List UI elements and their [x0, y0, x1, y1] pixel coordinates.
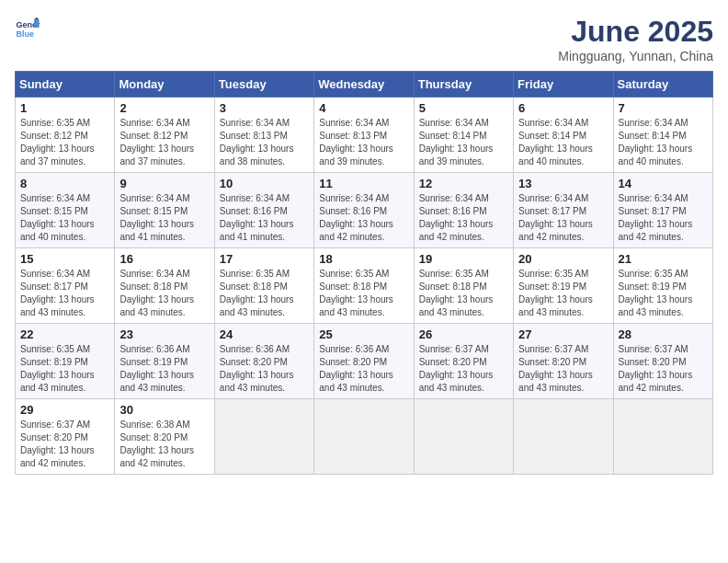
day-number: 22 [20, 327, 109, 341]
calendar-cell [514, 399, 613, 475]
weekday-header-wednesday: Wednesday [314, 72, 414, 98]
day-number: 16 [119, 252, 209, 266]
day-info: Sunrise: 6:35 AMSunset: 8:19 PMDaylight:… [518, 268, 608, 319]
day-number: 27 [518, 327, 608, 341]
weekday-header-tuesday: Tuesday [214, 72, 313, 98]
calendar-cell: 29Sunrise: 6:37 AMSunset: 8:20 PMDayligh… [16, 399, 115, 475]
day-info: Sunrise: 6:35 AMSunset: 8:18 PMDaylight:… [319, 268, 408, 319]
calendar-cell: 1Sunrise: 6:35 AMSunset: 8:12 PMDaylight… [16, 98, 115, 173]
day-number: 29 [20, 403, 109, 417]
weekday-header-thursday: Thursday [414, 72, 513, 98]
weekday-header-friday: Friday [514, 72, 613, 98]
day-info: Sunrise: 6:34 AMSunset: 8:15 PMDaylight:… [20, 192, 109, 244]
calendar-cell: 17Sunrise: 6:35 AMSunset: 8:18 PMDayligh… [214, 248, 313, 324]
calendar-cell: 10Sunrise: 6:34 AMSunset: 8:16 PMDayligh… [214, 173, 313, 248]
day-info: Sunrise: 6:34 AMSunset: 8:16 PMDaylight:… [319, 192, 408, 244]
day-number: 3 [220, 101, 309, 115]
day-info: Sunrise: 6:36 AMSunset: 8:19 PMDaylight:… [119, 343, 209, 395]
day-info: Sunrise: 6:35 AMSunset: 8:18 PMDaylight:… [419, 268, 508, 319]
weekday-header-row: SundayMondayTuesdayWednesdayThursdayFrid… [16, 72, 713, 98]
calendar-cell [214, 399, 313, 475]
logo-icon: General Blue [15, 15, 40, 40]
weekday-header-monday: Monday [115, 72, 214, 98]
weekday-header-saturday: Saturday [613, 72, 712, 98]
day-info: Sunrise: 6:36 AMSunset: 8:20 PMDaylight:… [220, 343, 309, 395]
calendar-cell: 20Sunrise: 6:35 AMSunset: 8:19 PMDayligh… [514, 248, 613, 324]
calendar-cell: 23Sunrise: 6:36 AMSunset: 8:19 PMDayligh… [115, 324, 214, 399]
day-info: Sunrise: 6:34 AMSunset: 8:17 PMDaylight:… [518, 192, 608, 244]
day-number: 8 [20, 177, 109, 190]
calendar-cell: 19Sunrise: 6:35 AMSunset: 8:18 PMDayligh… [414, 248, 513, 324]
calendar-week-row: 1Sunrise: 6:35 AMSunset: 8:12 PMDaylight… [16, 98, 713, 173]
calendar-cell: 27Sunrise: 6:37 AMSunset: 8:20 PMDayligh… [514, 324, 613, 399]
calendar-cell [314, 399, 414, 475]
day-number: 5 [419, 101, 508, 115]
day-info: Sunrise: 6:35 AMSunset: 8:19 PMDaylight:… [619, 268, 708, 319]
calendar-cell: 25Sunrise: 6:36 AMSunset: 8:20 PMDayligh… [314, 324, 414, 399]
day-info: Sunrise: 6:37 AMSunset: 8:20 PMDaylight:… [518, 343, 608, 395]
calendar-week-row: 15Sunrise: 6:34 AMSunset: 8:17 PMDayligh… [16, 248, 713, 324]
calendar-cell: 12Sunrise: 6:34 AMSunset: 8:16 PMDayligh… [414, 173, 513, 248]
day-info: Sunrise: 6:35 AMSunset: 8:19 PMDaylight:… [20, 343, 109, 395]
header: General Blue June 2025 Mingguang, Yunnan… [15, 15, 713, 63]
calendar-cell: 13Sunrise: 6:34 AMSunset: 8:17 PMDayligh… [514, 173, 613, 248]
calendar-cell: 4Sunrise: 6:34 AMSunset: 8:13 PMDaylight… [314, 98, 414, 173]
calendar-cell: 18Sunrise: 6:35 AMSunset: 8:18 PMDayligh… [314, 248, 414, 324]
day-info: Sunrise: 6:34 AMSunset: 8:13 PMDaylight:… [220, 117, 309, 168]
day-info: Sunrise: 6:34 AMSunset: 8:16 PMDaylight:… [220, 192, 309, 244]
day-info: Sunrise: 6:35 AMSunset: 8:18 PMDaylight:… [220, 268, 309, 319]
day-number: 2 [119, 101, 209, 115]
day-info: Sunrise: 6:34 AMSunset: 8:14 PMDaylight:… [518, 117, 608, 168]
day-info: Sunrise: 6:34 AMSunset: 8:14 PMDaylight:… [419, 117, 508, 168]
day-number: 26 [419, 327, 508, 341]
day-info: Sunrise: 6:35 AMSunset: 8:12 PMDaylight:… [20, 117, 109, 168]
calendar-cell: 3Sunrise: 6:34 AMSunset: 8:13 PMDaylight… [214, 98, 313, 173]
calendar-cell: 7Sunrise: 6:34 AMSunset: 8:14 PMDaylight… [613, 98, 712, 173]
calendar-cell: 22Sunrise: 6:35 AMSunset: 8:19 PMDayligh… [16, 324, 115, 399]
svg-marker-2 [34, 20, 40, 28]
day-number: 28 [619, 327, 708, 341]
day-number: 9 [119, 177, 209, 190]
svg-text:Blue: Blue [16, 29, 34, 39]
day-number: 13 [518, 177, 608, 190]
calendar-cell [414, 399, 513, 475]
day-info: Sunrise: 6:34 AMSunset: 8:14 PMDaylight:… [619, 117, 708, 168]
day-number: 15 [20, 252, 109, 266]
day-info: Sunrise: 6:34 AMSunset: 8:16 PMDaylight:… [419, 192, 508, 244]
day-info: Sunrise: 6:34 AMSunset: 8:13 PMDaylight:… [319, 117, 408, 168]
calendar-cell: 16Sunrise: 6:34 AMSunset: 8:18 PMDayligh… [115, 248, 214, 324]
day-info: Sunrise: 6:37 AMSunset: 8:20 PMDaylight:… [419, 343, 508, 395]
calendar-week-row: 22Sunrise: 6:35 AMSunset: 8:19 PMDayligh… [16, 324, 713, 399]
title-area: June 2025 Mingguang, Yunnan, China [558, 15, 713, 63]
day-info: Sunrise: 6:37 AMSunset: 8:20 PMDaylight:… [20, 419, 109, 470]
calendar-week-row: 29Sunrise: 6:37 AMSunset: 8:20 PMDayligh… [16, 399, 713, 475]
calendar-cell: 30Sunrise: 6:38 AMSunset: 8:20 PMDayligh… [115, 399, 214, 475]
day-info: Sunrise: 6:34 AMSunset: 8:17 PMDaylight:… [619, 192, 708, 244]
logo: General Blue [15, 15, 40, 40]
weekday-header-sunday: Sunday [16, 72, 115, 98]
day-number: 10 [220, 177, 309, 190]
day-info: Sunrise: 6:34 AMSunset: 8:12 PMDaylight:… [119, 117, 209, 168]
calendar-cell: 21Sunrise: 6:35 AMSunset: 8:19 PMDayligh… [613, 248, 712, 324]
calendar-week-row: 8Sunrise: 6:34 AMSunset: 8:15 PMDaylight… [16, 173, 713, 248]
location: Mingguang, Yunnan, China [558, 49, 713, 63]
day-number: 30 [119, 403, 209, 417]
day-info: Sunrise: 6:36 AMSunset: 8:20 PMDaylight:… [319, 343, 408, 395]
day-number: 6 [518, 101, 608, 115]
day-number: 19 [419, 252, 508, 266]
calendar-cell [613, 399, 712, 475]
day-number: 1 [20, 101, 109, 115]
day-number: 21 [619, 252, 708, 266]
day-number: 17 [220, 252, 309, 266]
calendar-cell: 15Sunrise: 6:34 AMSunset: 8:17 PMDayligh… [16, 248, 115, 324]
day-number: 14 [619, 177, 708, 190]
day-info: Sunrise: 6:38 AMSunset: 8:20 PMDaylight:… [119, 419, 209, 470]
calendar-cell: 9Sunrise: 6:34 AMSunset: 8:15 PMDaylight… [115, 173, 214, 248]
day-info: Sunrise: 6:37 AMSunset: 8:20 PMDaylight:… [619, 343, 708, 395]
calendar-cell: 26Sunrise: 6:37 AMSunset: 8:20 PMDayligh… [414, 324, 513, 399]
calendar-cell: 28Sunrise: 6:37 AMSunset: 8:20 PMDayligh… [613, 324, 712, 399]
calendar-cell: 6Sunrise: 6:34 AMSunset: 8:14 PMDaylight… [514, 98, 613, 173]
day-number: 18 [319, 252, 408, 266]
svg-marker-3 [34, 17, 40, 20]
month-title: June 2025 [558, 15, 713, 49]
